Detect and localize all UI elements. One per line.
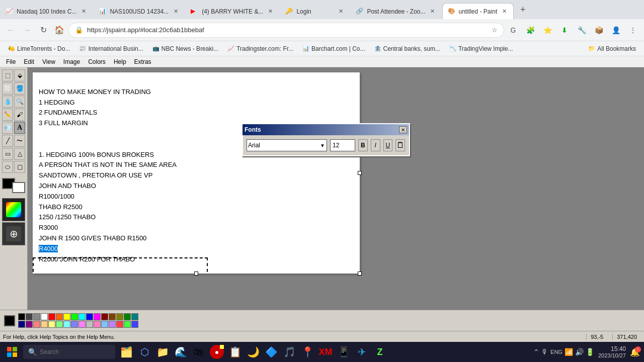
resize-handle-right[interactable] (358, 171, 362, 175)
palette-color-swatch[interactable] (56, 321, 63, 328)
palette-color-swatch[interactable] (86, 321, 93, 328)
google-icon[interactable]: G (506, 23, 520, 37)
bookmark-tradingview[interactable]: 📉 TradingView Imple... (445, 44, 517, 54)
language-label[interactable]: ENG (550, 349, 562, 355)
extension2-icon[interactable]: 🔧 (575, 23, 589, 37)
airbrush-tool[interactable]: 💨 (2, 122, 13, 134)
palette-color-swatch[interactable] (78, 313, 86, 320)
free-select-tool[interactable]: ⬙ (14, 69, 25, 81)
color-picker-tool[interactable]: 💧 (2, 96, 13, 108)
taskbar-icon-widget[interactable]: ⬡ (136, 344, 152, 360)
fonts-dialog-titlebar[interactable]: Fonts ✕ (243, 124, 409, 135)
taskbar-icon-explorer[interactable]: 🗂️ (118, 344, 134, 360)
taskbar-icon-blue[interactable]: 🔷 (263, 344, 279, 360)
wifi-icon[interactable]: 📶 (565, 348, 573, 356)
taskbar-icon-edge[interactable]: 🌊 (173, 344, 189, 360)
fonts-dialog-close[interactable]: ✕ (399, 126, 407, 133)
menu-view[interactable]: View (38, 57, 59, 66)
palette-color-swatch[interactable] (94, 313, 101, 320)
resize-handle-bottom[interactable] (194, 272, 198, 276)
bold-button[interactable]: B (358, 139, 368, 151)
palette-color-swatch[interactable] (116, 313, 123, 320)
back-button[interactable]: ← (4, 23, 18, 37)
tab-barry[interactable]: ▶ (4) BARRY WHITE &... ✕ (185, 3, 280, 19)
eraser-tool[interactable]: ⬜ (2, 82, 13, 95)
taskbar-icon-xm[interactable]: XM (317, 344, 334, 360)
palette-color-swatch[interactable] (63, 321, 70, 328)
canvas-text-content[interactable]: HOW TO MAKE MONEY IN TRADING 1 HEDGING 2… (33, 72, 360, 274)
taskbar-icon-telegram[interactable]: ✈ (354, 344, 370, 360)
taskbar-mic-icon[interactable]: 🎙 (541, 348, 548, 356)
zoom-tool[interactable]: 🔍 (14, 96, 25, 108)
taskbar-icon-red[interactable]: ● (209, 344, 225, 360)
palette-color-swatch[interactable] (41, 313, 48, 320)
reload-button[interactable]: ↻ (36, 23, 50, 37)
taskbar-icon-music[interactable]: 🎵 (281, 344, 297, 360)
speaker-icon[interactable]: 🔊 (575, 348, 584, 356)
palette-color-swatch[interactable] (131, 313, 138, 320)
palette-color-swatch[interactable] (56, 313, 63, 320)
taskbar-icon-moon[interactable]: 🌙 (245, 344, 261, 360)
line-tool[interactable]: ╱ (2, 135, 13, 147)
bookmark-all-bookmarks[interactable]: 📁 All Bookmarks (584, 44, 640, 54)
download-icon[interactable]: ⬇ (557, 23, 572, 37)
extra-tool-2[interactable]: ⊕ (2, 222, 25, 245)
palette-color-swatch[interactable] (18, 321, 25, 328)
text-tool[interactable]: A (14, 122, 25, 134)
tab-close-2[interactable]: ✕ (172, 8, 180, 16)
palette-color-swatch[interactable] (33, 313, 40, 320)
palette-color-swatch[interactable] (131, 321, 138, 328)
font-name-select[interactable]: Arial Times New Roman Courier New (247, 139, 327, 151)
palette-color-swatch[interactable] (101, 321, 108, 328)
extra-tool-1[interactable] (2, 198, 25, 221)
taskbar-icon-files[interactable]: 📁 (154, 344, 171, 360)
palette-color-swatch[interactable] (109, 321, 116, 328)
extension3-icon[interactable]: 📦 (592, 23, 606, 37)
pencil-tool[interactable]: ✏️ (2, 109, 13, 121)
palette-color-swatch[interactable] (78, 321, 86, 328)
tab-login[interactable]: 🔑 Login ✕ (280, 3, 350, 19)
palette-color-swatch[interactable] (71, 313, 78, 320)
battery-icon[interactable]: 🔋 (586, 348, 594, 356)
home-button[interactable]: 🏠 (52, 23, 66, 37)
taskbar-icon-mb[interactable]: 📱 (336, 344, 352, 360)
notification-center-icon[interactable]: 🔔 ! (630, 347, 640, 357)
underline-button[interactable]: U (383, 139, 393, 151)
bookmark-limetorrents[interactable]: 🍋 LimeTorrents - Do... (4, 44, 74, 54)
menu-file[interactable]: File (2, 57, 20, 66)
taskbar-search[interactable]: 🔍 (23, 345, 115, 359)
star-icon[interactable]: ☆ (492, 26, 498, 34)
search-input[interactable] (40, 348, 110, 355)
selection-rect-tool[interactable]: ⬚ (2, 69, 13, 81)
extensions-icon[interactable]: 🧩 (523, 23, 537, 37)
brush-tool[interactable]: 🖌 (14, 109, 25, 121)
profile-icon[interactable]: 👤 (609, 23, 623, 37)
tab-nas100[interactable]: 📊 NAS100USD 14234... ✕ (93, 3, 185, 19)
address-bar[interactable]: 🔒 https://jspaint.app/#local:20c6ab1bbeb… (68, 23, 504, 38)
menu-extras[interactable]: Extras (130, 57, 155, 66)
palette-color-swatch[interactable] (48, 313, 55, 320)
bookmark-nbc[interactable]: 📺 NBC News - Breaki... (148, 44, 222, 54)
resize-handle-corner[interactable] (358, 272, 362, 276)
palette-color-swatch[interactable] (26, 321, 33, 328)
rounded-rect-tool[interactable]: ▢ (14, 161, 25, 173)
tab-zoom[interactable]: 🔗 Post Attendee - Zoo... ✕ (350, 3, 442, 19)
bookmark-barchart[interactable]: 📊 Barchart.com | Co... (298, 44, 369, 54)
taskbar-time[interactable]: 15:40 2023/10/27 (598, 345, 626, 358)
menu-icon[interactable]: ⋮ (626, 23, 640, 37)
polygon-tool[interactable]: △ (14, 148, 25, 160)
fill-tool[interactable]: 🪣 (14, 82, 25, 95)
italic-button[interactable]: I (371, 139, 380, 151)
tab-close-5[interactable]: ✕ (429, 8, 437, 16)
canvas-area[interactable]: HOW TO MAKE MONEY IN TRADING 1 HEDGING 2… (28, 67, 644, 310)
tab-close-1[interactable]: ✕ (79, 8, 88, 16)
palette-color-swatch[interactable] (101, 313, 108, 320)
menu-help[interactable]: Help (110, 57, 130, 66)
palette-color-swatch[interactable] (124, 321, 131, 328)
bookmark-intl-business[interactable]: 📰 International Busin... (75, 44, 147, 54)
rect-tool[interactable]: ▭ (2, 148, 13, 160)
new-tab-button[interactable]: + (516, 3, 530, 17)
menu-colors[interactable]: Colors (84, 57, 110, 66)
palette-color-swatch[interactable] (94, 321, 101, 328)
palette-color-swatch[interactable] (33, 321, 40, 328)
